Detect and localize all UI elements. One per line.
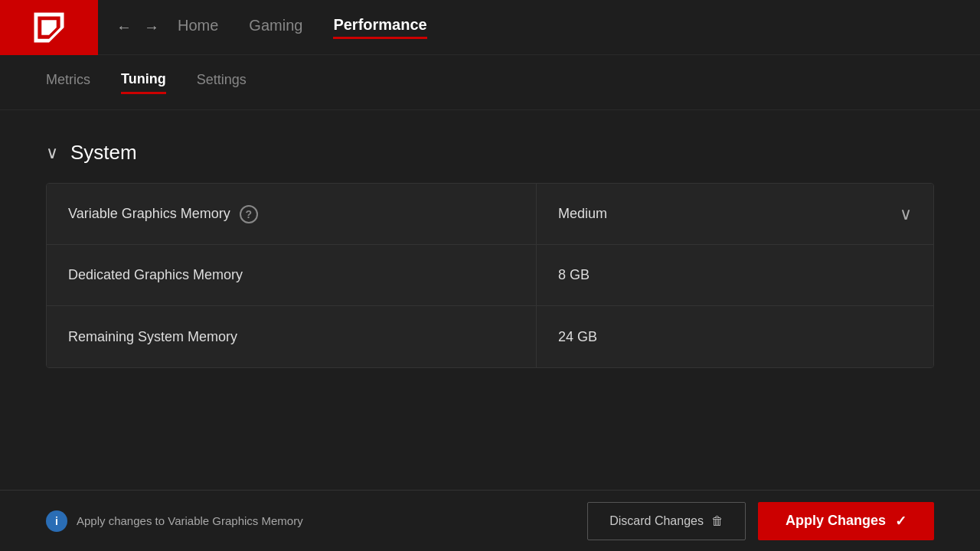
main-content: ∨ System Variable Graphics Memory ? Medi… — [0, 110, 980, 490]
remaining-system-memory-text: Remaining System Memory — [68, 329, 237, 345]
variable-graphics-memory-label: Variable Graphics Memory ? — [47, 184, 537, 244]
forward-button[interactable]: → — [144, 18, 159, 36]
dedicated-graphics-memory-label: Dedicated Graphics Memory — [47, 245, 537, 305]
variable-graphics-memory-help-icon[interactable]: ? — [240, 205, 258, 223]
table-row: Remaining System Memory 24 GB — [47, 306, 933, 367]
dedicated-graphics-memory-value: 8 GB — [558, 267, 590, 283]
remaining-system-memory-value-cell: 24 GB — [537, 306, 933, 367]
nav-links: Home Gaming Performance — [178, 16, 980, 39]
info-section: i Apply changes to Variable Graphics Mem… — [46, 510, 572, 532]
nav-link-gaming[interactable]: Gaming — [249, 17, 302, 37]
nav-arrows: ← → — [98, 18, 178, 36]
remaining-system-memory-label: Remaining System Memory — [47, 306, 537, 367]
settings-table: Variable Graphics Memory ? Medium ∨ Dedi… — [46, 183, 934, 368]
info-icon: i — [46, 510, 67, 532]
amd-logo — [0, 0, 98, 55]
discard-changes-button[interactable]: Discard Changes 🗑 — [587, 502, 746, 540]
action-buttons: Discard Changes 🗑 Apply Changes ✓ — [587, 502, 934, 540]
back-button[interactable]: ← — [116, 18, 132, 36]
nav-link-performance[interactable]: Performance — [333, 16, 426, 39]
system-section-title: System — [70, 141, 137, 165]
table-row: Dedicated Graphics Memory 8 GB — [47, 245, 933, 306]
top-navigation: ← → Home Gaming Performance — [0, 0, 980, 55]
tab-metrics[interactable]: Metrics — [46, 72, 90, 93]
variable-graphics-memory-value: Medium — [558, 206, 607, 222]
variable-graphics-memory-value-cell[interactable]: Medium ∨ — [537, 184, 933, 244]
system-section-header: ∨ System — [46, 141, 934, 165]
trash-icon: 🗑 — [711, 514, 724, 528]
secondary-tabs: Metrics Tuning Settings — [0, 55, 980, 110]
dedicated-graphics-memory-value-cell: 8 GB — [537, 245, 933, 305]
variable-graphics-memory-text: Variable Graphics Memory — [68, 206, 230, 222]
system-collapse-icon[interactable]: ∨ — [46, 143, 58, 163]
check-icon: ✓ — [895, 513, 906, 530]
dedicated-graphics-memory-text: Dedicated Graphics Memory — [68, 267, 243, 283]
table-row: Variable Graphics Memory ? Medium ∨ — [47, 184, 933, 245]
bottom-action-bar: i Apply changes to Variable Graphics Mem… — [0, 490, 980, 551]
variable-graphics-memory-dropdown-icon[interactable]: ∨ — [900, 204, 912, 224]
info-text: Apply changes to Variable Graphics Memor… — [77, 514, 303, 527]
tab-tuning[interactable]: Tuning — [121, 71, 166, 94]
remaining-system-memory-value: 24 GB — [558, 329, 597, 345]
apply-changes-label: Apply Changes — [786, 513, 886, 529]
discard-changes-label: Discard Changes — [609, 514, 704, 528]
tab-settings[interactable]: Settings — [197, 72, 247, 93]
apply-changes-button[interactable]: Apply Changes ✓ — [758, 502, 934, 540]
nav-link-home[interactable]: Home — [178, 17, 218, 37]
